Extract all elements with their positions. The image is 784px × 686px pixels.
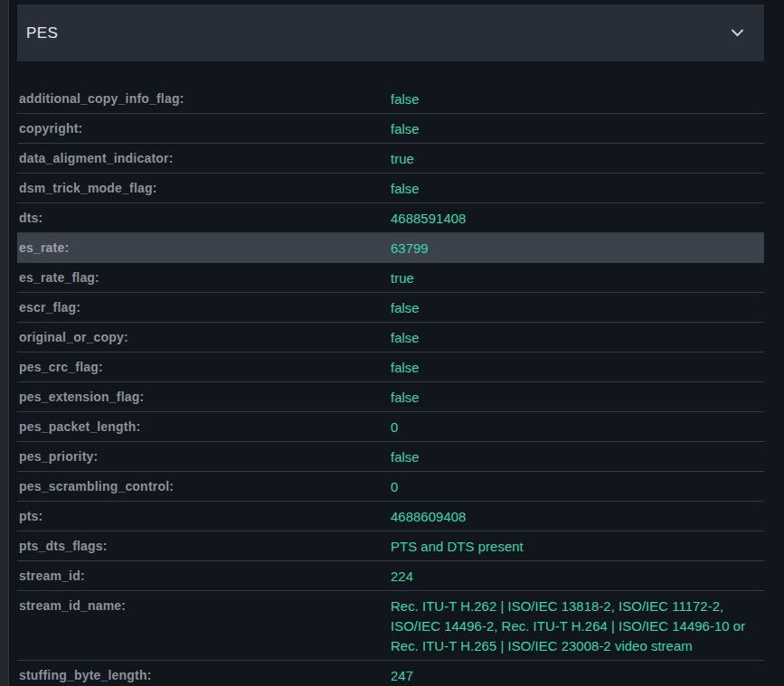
table-row[interactable]: stuffing_byte_length: 247 — [17, 661, 764, 686]
field-label: stream_id_name: — [19, 597, 391, 615]
field-value: false — [391, 447, 764, 467]
table-row[interactable]: pes_packet_length: 0 — [17, 412, 764, 442]
table-row[interactable]: additional_copy_info_flag: false — [17, 84, 764, 114]
field-label: stuffing_byte_length: — [19, 666, 391, 684]
field-value: true — [391, 149, 764, 169]
field-label: pes_extension_flag: — [19, 388, 391, 406]
table-row[interactable]: pts_dts_flags: PTS and DTS present — [17, 531, 764, 561]
field-label: es_rate_flag: — [19, 268, 391, 287]
field-value: Rec. ITU-T H.262 | ISO/IEC 13818-2, ISO/… — [391, 597, 764, 656]
table-row[interactable]: stream_id: 224 — [17, 561, 764, 591]
field-label: pes_packet_length: — [19, 418, 391, 436]
field-value: 63799 — [391, 239, 764, 258]
field-label: pts: — [19, 507, 391, 525]
field-value: 224 — [391, 567, 764, 587]
table-row[interactable]: pts: 4688609408 — [17, 502, 764, 531]
field-value: 4688591408 — [391, 209, 764, 229]
table-row[interactable]: copyright: false — [17, 114, 764, 144]
field-value: false — [391, 388, 764, 408]
table-row[interactable]: original_or_copy: false — [17, 323, 764, 352]
field-value: false — [391, 358, 764, 378]
field-label: dsm_trick_mode_flag: — [19, 179, 391, 197]
field-value: true — [391, 268, 764, 288]
chevron-down-icon[interactable] — [731, 29, 744, 37]
pes-panel-header[interactable]: PES — [17, 5, 764, 61]
table-row[interactable]: stream_id_name: Rec. ITU-T H.262 | ISO/I… — [17, 591, 764, 661]
field-value: false — [391, 328, 764, 348]
table-row[interactable]: dts: 4688591408 — [17, 203, 764, 233]
field-label: pts_dts_flags: — [19, 537, 391, 555]
field-value: false — [391, 119, 764, 139]
field-label: pes_priority: — [19, 447, 391, 465]
field-label: escr_flag: — [19, 298, 391, 316]
field-label: dts: — [19, 209, 391, 227]
field-value: false — [391, 89, 764, 109]
field-label: data_aligment_indicator: — [19, 149, 391, 167]
field-label: copyright: — [19, 119, 391, 137]
table-row[interactable]: escr_flag: false — [17, 293, 764, 323]
field-value: false — [391, 298, 764, 318]
field-value: 247 — [391, 666, 764, 686]
table-row[interactable]: data_aligment_indicator: true — [17, 144, 764, 174]
table-row[interactable]: pes_scrambling_control: 0 — [17, 472, 764, 502]
field-label: additional_copy_info_flag: — [19, 89, 391, 108]
table-row[interactable]: es_rate: 63799 — [17, 233, 764, 263]
field-value: 0 — [391, 477, 764, 497]
field-value: 0 — [391, 418, 764, 437]
table-row[interactable]: pes_crc_flag: false — [17, 352, 764, 382]
table-row[interactable]: pes_extension_flag: false — [17, 382, 764, 412]
field-value: false — [391, 179, 764, 199]
field-label: es_rate: — [19, 239, 391, 257]
field-label: pes_crc_flag: — [19, 358, 391, 376]
field-label: original_or_copy: — [19, 328, 391, 346]
field-label: pes_scrambling_control: — [19, 477, 391, 495]
table-row[interactable]: dsm_trick_mode_flag: false — [17, 174, 764, 203]
table-row[interactable]: es_rate_flag: true — [17, 263, 764, 293]
field-value: 4688609408 — [391, 507, 764, 527]
pes-fields-table: additional_copy_info_flag: false copyrig… — [17, 84, 764, 686]
table-row[interactable]: pes_priority: false — [17, 442, 764, 472]
pes-panel: PES additional_copy_info_flag: false cop… — [17, 5, 764, 686]
panel-title: PES — [26, 24, 58, 42]
field-label: stream_id: — [19, 567, 391, 585]
field-value: PTS and DTS present — [391, 537, 764, 557]
panel-edge — [0, 0, 9, 686]
